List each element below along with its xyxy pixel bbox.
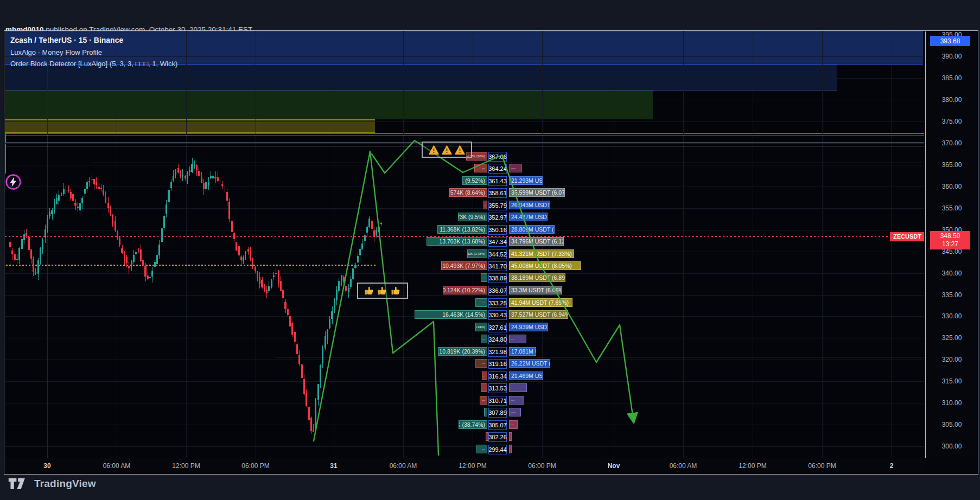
time-axis-tick[interactable]: Nov — [608, 462, 620, 470]
price-axis-tick[interactable]: 390.00 — [926, 53, 978, 60]
grid-line-h — [5, 100, 924, 100]
candle-body — [306, 393, 307, 406]
candle-body — [238, 246, 239, 255]
time-axis-tick[interactable]: 06:00 PM — [241, 462, 269, 470]
candle-body — [368, 219, 370, 227]
time-axis-tick[interactable]: 06:00 AM — [390, 462, 417, 470]
candle-body — [54, 202, 55, 209]
candle-body — [126, 257, 128, 263]
grid-line-h — [5, 56, 924, 57]
time-axis-tick[interactable]: 06:00 PM — [808, 462, 836, 470]
candle-body — [341, 275, 342, 280]
candle-body — [303, 379, 305, 394]
price-axis-tick[interactable]: 365.00 — [926, 161, 978, 169]
candle-body — [124, 254, 125, 261]
grid-line-h — [5, 252, 924, 252]
candle-body — [128, 266, 130, 268]
candle-body — [103, 190, 104, 194]
candle-body — [322, 348, 323, 363]
time-axis-tick[interactable]: 12:00 PM — [459, 462, 486, 470]
order-block-dark-navy — [5, 65, 837, 91]
candle-body — [352, 268, 354, 279]
money-flow-bar-right: 21.293M USDT (3.6%) — [509, 176, 543, 185]
time-axis-tick[interactable]: 12:00 PM — [172, 462, 200, 470]
time-axis[interactable]: 3006:00 AM12:00 PM06:00 PM3106:00 AM12:0… — [5, 458, 924, 473]
last-price-value: 348.50 — [940, 232, 960, 240]
grid-line-v — [892, 31, 892, 458]
candle-body — [161, 228, 163, 242]
tradingview-branding[interactable]: TradingView — [8, 477, 96, 490]
profile-price-label: 305.07 — [488, 420, 507, 430]
candle-body — [275, 273, 277, 274]
candle-wick — [66, 185, 66, 196]
drawing-polyline[interactable] — [314, 151, 438, 455]
candle-body — [327, 330, 328, 340]
price-axis-tick[interactable]: 330.00 — [926, 312, 978, 320]
money-flow-bar-left: 4.532K (3.78%) — [467, 249, 487, 258]
price-axis-tick[interactable]: 370.00 — [926, 139, 978, 147]
grid-line-v — [683, 31, 684, 458]
price-axis[interactable]: 395.00390.00385.00380.00375.00370.00365.… — [925, 31, 978, 458]
money-flow-bar-left: - — [483, 201, 487, 209]
profile-price-label: 302.26 — [488, 432, 507, 442]
time-axis-tick[interactable]: 31 — [330, 462, 337, 470]
money-flow-bar-right: --- — [509, 420, 518, 429]
candle-body — [9, 242, 11, 247]
profile-price-label: 307.89 — [488, 408, 507, 418]
price-axis-tick[interactable]: 335.00 — [926, 291, 978, 299]
time-axis-tick[interactable]: 06:00 PM — [528, 462, 556, 470]
warning-annotation-box[interactable] — [422, 142, 472, 158]
money-flow-bar-left: --- — [481, 383, 487, 392]
profile-price-label: 367.06 — [488, 152, 507, 162]
bar-countdown: 13:27 — [942, 240, 958, 248]
time-axis-tick[interactable]: 2 — [890, 462, 894, 470]
grid-line-v — [256, 31, 256, 458]
price-axis-tick[interactable]: 360.00 — [926, 183, 978, 190]
price-axis-tick[interactable]: 385.00 — [926, 74, 978, 82]
price-axis-tick[interactable]: 300.00 — [926, 443, 978, 450]
price-axis-tick[interactable]: 305.00 — [926, 421, 978, 428]
profile-price-label: 299.44 — [488, 445, 507, 454]
candle-body — [131, 261, 132, 264]
profile-price-label: 355.79 — [488, 201, 507, 210]
price-axis-tick[interactable]: 380.00 — [926, 96, 978, 104]
candle-body — [250, 252, 251, 259]
price-axis-tick[interactable]: 325.00 — [926, 334, 978, 342]
price-axis-tick[interactable]: 340.00 — [926, 270, 978, 277]
time-axis-tick[interactable]: 12:00 PM — [739, 462, 766, 470]
candle-body — [210, 176, 212, 179]
candle-body — [72, 194, 74, 201]
candle-body — [187, 172, 188, 178]
chart-frame: Zcash / TetherUS · 15 · Binance LuxAlgo … — [4, 30, 978, 475]
candle-body — [18, 248, 20, 260]
candle-body — [74, 203, 76, 206]
tradingview-snapshot: mhmd0010 published on TradingView.com, O… — [0, 0, 980, 500]
candle-body — [33, 259, 34, 272]
candle-body — [16, 259, 18, 260]
candle-body — [231, 221, 233, 232]
price-axis-tick[interactable]: 375.00 — [926, 118, 978, 125]
time-axis-tick[interactable]: 06:00 AM — [103, 462, 131, 470]
price-axis-tick[interactable]: 355.00 — [926, 204, 978, 212]
time-axis-tick[interactable]: 30 — [43, 462, 50, 470]
candle-body — [221, 184, 223, 187]
money-flow-bar-left: 6.573K (9.5%) — [458, 213, 487, 221]
candle-wick — [276, 268, 276, 276]
candle-body — [296, 344, 298, 354]
candle-body — [205, 182, 207, 189]
candle-body — [194, 165, 195, 167]
candle-wick — [225, 186, 225, 193]
grid-line-v — [47, 31, 48, 458]
thumbs-up-annotation-box[interactable] — [357, 283, 408, 299]
candle-body — [226, 192, 228, 201]
price-axis-tick[interactable]: 315.00 — [926, 377, 978, 385]
money-flow-bar-right: 24.939M USDT (4.65%) — [509, 323, 548, 331]
time-axis-tick[interactable]: 06:00 AM — [670, 462, 697, 470]
candle-body — [371, 221, 373, 229]
profile-price-label: 333.25 — [488, 298, 507, 308]
candle-body — [86, 182, 88, 189]
price-axis-tick[interactable]: 310.00 — [926, 399, 978, 407]
price-axis-tick[interactable]: 320.00 — [926, 356, 978, 363]
chart-plot-area[interactable]: Zcash / TetherUS · 15 · Binance LuxAlgo … — [5, 31, 924, 458]
candle-body — [203, 183, 205, 189]
